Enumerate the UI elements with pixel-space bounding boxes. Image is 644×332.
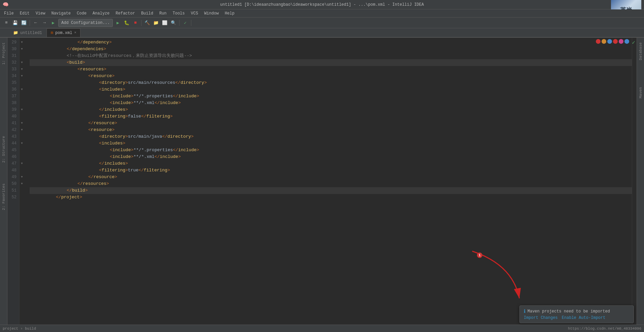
blue-dot[interactable] — [607, 39, 612, 44]
line-52: 52 — [7, 194, 17, 201]
toolbar-terminal-btn[interactable]: ⬜ — [161, 19, 168, 27]
toolbar-sep3 — [179, 20, 180, 26]
toolbar-run-green[interactable]: ▶ — [50, 19, 57, 27]
tab-project-label: untitled1 — [20, 31, 42, 35]
right-sidebar: Database Maven — [637, 38, 644, 325]
line-49: 49 — [7, 174, 17, 180]
fold-46 — [20, 154, 24, 160]
menu-code[interactable]: Code — [74, 10, 89, 16]
database-panel-tab[interactable]: Database — [638, 40, 644, 62]
notification-banner: ℹ Maven projects need to be imported Imp… — [519, 305, 634, 323]
tab-close-btn[interactable]: × — [74, 31, 76, 35]
fold-49[interactable]: ▼ — [20, 174, 24, 180]
line-40: 40 — [7, 113, 17, 120]
menu-run[interactable]: Run — [157, 10, 169, 16]
database-tab-label: Database — [639, 42, 643, 60]
line-numbers: 29 30 31 32 33 34 35 36 37 38 39 40 41 4… — [7, 38, 20, 325]
line-35: 35 — [7, 79, 17, 86]
menu-navigate[interactable]: Navigate — [49, 10, 73, 16]
toolbar-folder-btn[interactable]: 📁 — [152, 19, 160, 27]
line-36: 36 — [7, 86, 17, 93]
editor-area[interactable]: ✓ 29 30 31 32 33 34 35 36 37 38 39 40 41… — [7, 38, 644, 325]
menu-bar: File Edit View Navigate Code Analyze Ref… — [0, 9, 644, 18]
structure-tab-label: 2: Structure — [2, 136, 6, 163]
import-changes-link[interactable]: Import Changes — [524, 316, 558, 320]
fold-33[interactable]: ▼ — [20, 66, 24, 73]
red-dot[interactable] — [596, 39, 601, 44]
line-46: 46 — [7, 154, 17, 160]
fold-39[interactable]: ▼ — [20, 106, 24, 113]
pink-dot[interactable] — [619, 39, 623, 44]
tab-project[interactable]: 📁 untitled1 — [9, 28, 46, 37]
maven-panel-tab[interactable]: Maven — [638, 85, 644, 100]
menu-view[interactable]: View — [33, 10, 48, 16]
project-tab-label: 1: Project — [2, 42, 6, 65]
enable-auto-import-link[interactable]: Enable Auto-Import — [562, 316, 606, 320]
fold-45 — [20, 147, 24, 154]
tab-project-icon: 📁 — [13, 30, 18, 35]
notification-title: ℹ Maven projects need to be imported — [524, 308, 630, 314]
menu-edit[interactable]: Edit — [17, 10, 32, 16]
line-44: 44 — [7, 140, 17, 147]
toolbar-sep1 — [30, 20, 30, 26]
notification-message: Maven projects need to be imported — [527, 309, 610, 314]
toolbar-run-btn[interactable]: ▶ — [114, 19, 122, 27]
code-content[interactable]: </dependency> </dependencies> <!--在build… — [24, 38, 632, 325]
fold-41[interactable]: ▼ — [20, 120, 24, 127]
toolbar-save-btn[interactable]: 💾 — [11, 19, 19, 27]
fold-50[interactable]: ▼ — [20, 180, 24, 187]
line-32: 32 — [7, 59, 17, 66]
menu-file[interactable]: File — [1, 10, 17, 16]
blue2-dot[interactable] — [624, 39, 629, 44]
fold-47[interactable]: ▼ — [20, 160, 24, 167]
toolbar-git-btn[interactable]: ✓ — [182, 19, 189, 27]
fold-42[interactable]: ▼ — [20, 127, 24, 133]
toolbar-menu-btn[interactable]: ≡ — [3, 19, 10, 27]
toolbar-search-btn[interactable]: 🔍 — [170, 19, 177, 27]
tab-pom-xml[interactable]: m pom.xml × — [46, 28, 81, 37]
menu-tools[interactable]: Tools — [170, 10, 188, 16]
toolbar-back-btn[interactable]: ← — [32, 19, 39, 27]
favorites-panel-tab[interactable]: 2: Favorites — [1, 181, 7, 212]
fold-52 — [20, 194, 24, 201]
orange-dot[interactable] — [602, 39, 606, 44]
fold-34[interactable]: ▼ — [20, 73, 24, 79]
menu-vcs[interactable]: VCS — [188, 10, 201, 16]
code-line-40: <filtering>false</filtering> — [30, 113, 632, 120]
structure-panel-tab[interactable]: 2: Structure — [1, 134, 7, 165]
menu-build[interactable]: Build — [138, 10, 156, 16]
project-panel-tab[interactable]: 1: Project — [1, 40, 7, 67]
notification-badge: 1 — [477, 253, 482, 258]
toolbar-forward-btn[interactable]: → — [41, 19, 48, 27]
fold-51 — [20, 187, 24, 194]
fold-32[interactable]: ▼ — [20, 59, 24, 66]
menu-window[interactable]: Window — [201, 10, 221, 16]
title-bar: 🧠 untitled1 [D:\ideaanzhuangbao\ideawork… — [0, 0, 644, 9]
fold-30[interactable]: ▼ — [20, 46, 24, 53]
red2-dot[interactable] — [613, 39, 618, 44]
fold-37 — [20, 93, 24, 100]
fold-29[interactable]: ▼ — [20, 39, 24, 46]
menu-analyze[interactable]: Analyze — [90, 10, 112, 16]
line-38: 38 — [7, 100, 17, 106]
maven-tab-label: Maven — [639, 87, 643, 98]
toolbar-debug-btn[interactable]: 🐛 — [123, 19, 130, 27]
line-50: 50 — [7, 180, 17, 187]
line-33: 33 — [7, 66, 17, 73]
fold-44[interactable]: ▼ — [20, 140, 24, 147]
menu-help[interactable]: Help — [222, 10, 237, 16]
user-avatar: 英半 — [611, 0, 641, 9]
line-47: 47 — [7, 160, 17, 167]
info-icon: ℹ — [524, 308, 525, 314]
editor-color-bar — [594, 38, 631, 45]
config-dropdown[interactable]: Add Configuration... — [58, 19, 113, 27]
line-29: 29 — [7, 39, 17, 46]
menu-refactor[interactable]: Refactor — [113, 10, 138, 16]
code-line-31: <!--在build中配置resources，来防止资源导出失败问题--> — [30, 53, 632, 59]
toolbar-sync-btn[interactable]: 🔄 — [20, 19, 28, 27]
line-42: 42 — [7, 127, 17, 133]
toolbar-hammer-btn[interactable]: 🔨 — [143, 19, 151, 27]
toolbar-stop-btn[interactable]: ■ — [132, 19, 139, 27]
line-39: 39 — [7, 106, 17, 113]
fold-36[interactable]: ▼ — [20, 86, 24, 93]
